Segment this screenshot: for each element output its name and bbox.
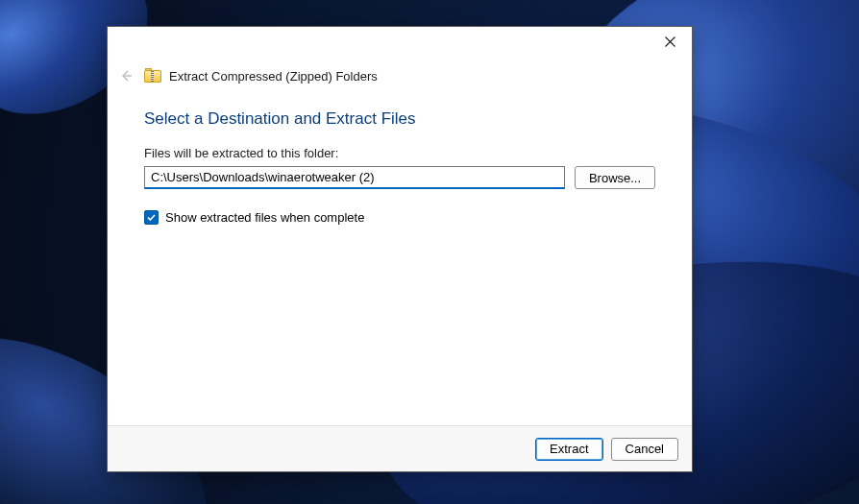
close-button[interactable] [648,27,692,56]
path-label: Files will be extracted to this folder: [144,146,655,160]
show-extracted-label[interactable]: Show extracted files when complete [165,210,364,225]
show-extracted-checkbox[interactable] [144,210,159,225]
browse-button[interactable]: Browse... [575,166,655,189]
checkmark-icon [146,212,157,223]
titlebar [108,27,692,63]
cancel-button[interactable]: Cancel [611,438,678,461]
extract-button[interactable]: Extract [535,438,602,461]
close-icon [665,36,675,47]
arrow-left-icon [118,68,134,84]
zip-folder-icon [144,68,161,84]
wizard-title: Extract Compressed (Zipped) Folders [169,69,378,84]
destination-path-input[interactable] [144,166,565,189]
dialog-footer: Extract Cancel [108,425,692,471]
wizard-content: Select a Destination and Extract Files F… [108,96,692,425]
wizard-header: Extract Compressed (Zipped) Folders [108,63,692,96]
instruction-heading: Select a Destination and Extract Files [144,109,655,129]
back-button [115,65,136,86]
desktop-wallpaper: Extract Compressed (Zipped) Folders Sele… [0,0,859,504]
extract-dialog: Extract Compressed (Zipped) Folders Sele… [107,26,693,472]
